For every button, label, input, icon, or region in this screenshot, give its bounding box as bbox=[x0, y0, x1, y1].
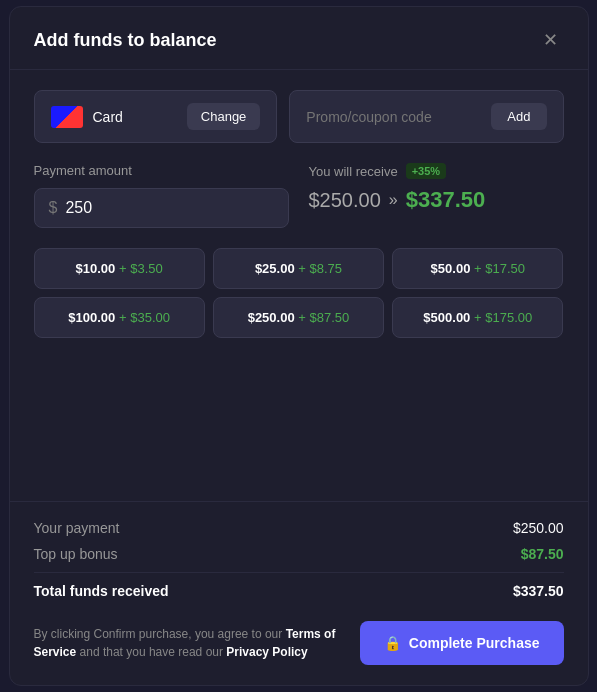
receive-label: You will receive bbox=[309, 164, 398, 179]
preset-main-0: $10.00 bbox=[76, 261, 116, 276]
receive-header: You will receive +35% bbox=[309, 163, 564, 179]
card-icon bbox=[51, 106, 83, 128]
footer-text: By clicking Confirm purchase, you agree … bbox=[34, 625, 344, 661]
summary-payment-value: $250.00 bbox=[513, 520, 564, 536]
summary-total-label: Total funds received bbox=[34, 583, 169, 599]
summary-divider bbox=[34, 572, 564, 573]
preset-bonus-4: + $87.50 bbox=[298, 310, 349, 325]
privacy-policy-link[interactable]: Privacy Policy bbox=[226, 645, 307, 659]
add-promo-button[interactable]: Add bbox=[491, 103, 546, 130]
preset-btn-5[interactable]: $500.00 + $175.00 bbox=[392, 297, 563, 338]
footer-text-middle: and that you have read our bbox=[76, 645, 226, 659]
summary-payment-row: Your payment $250.00 bbox=[34, 520, 564, 536]
preset-btn-2[interactable]: $50.00 + $17.50 bbox=[392, 248, 563, 289]
close-button[interactable]: ✕ bbox=[537, 29, 564, 51]
original-amount: $250.00 bbox=[309, 189, 381, 212]
modal-title: Add funds to balance bbox=[34, 30, 217, 51]
summary-total-row: Total funds received $337.50 bbox=[34, 583, 564, 599]
preset-main-5: $500.00 bbox=[423, 310, 470, 325]
payment-amount-label: Payment amount bbox=[34, 163, 289, 178]
preset-btn-4[interactable]: $250.00 + $87.50 bbox=[213, 297, 384, 338]
preset-btn-3[interactable]: $100.00 + $35.00 bbox=[34, 297, 205, 338]
receive-amount: $250.00 » $337.50 bbox=[309, 187, 564, 213]
final-amount: $337.50 bbox=[406, 187, 486, 213]
summary-total-value: $337.50 bbox=[513, 583, 564, 599]
modal-body: Card Change Add Payment amount $ You wil… bbox=[10, 70, 588, 501]
promo-input[interactable] bbox=[306, 109, 481, 125]
summary-bonus-label: Top up bonus bbox=[34, 546, 118, 562]
preset-main-3: $100.00 bbox=[68, 310, 115, 325]
promo-row: Add bbox=[289, 90, 563, 143]
preset-main-4: $250.00 bbox=[248, 310, 295, 325]
lock-icon: 🔒 bbox=[384, 635, 401, 651]
amount-right: You will receive +35% $250.00 » $337.50 bbox=[309, 163, 564, 213]
preset-grid: $10.00 + $3.50 $25.00 + $8.75 $50.00 + $… bbox=[34, 248, 564, 338]
amount-input-wrapper: $ bbox=[34, 188, 289, 228]
summary-payment-label: Your payment bbox=[34, 520, 120, 536]
change-button[interactable]: Change bbox=[187, 103, 261, 130]
spacer bbox=[34, 358, 564, 481]
preset-bonus-2: + $17.50 bbox=[474, 261, 525, 276]
preset-bonus-5: + $175.00 bbox=[474, 310, 532, 325]
complete-purchase-button[interactable]: 🔒 Complete Purchase bbox=[360, 621, 564, 665]
preset-main-1: $25.00 bbox=[255, 261, 295, 276]
card-label: Card bbox=[93, 109, 177, 125]
summary-section: Your payment $250.00 Top up bonus $87.50… bbox=[10, 501, 588, 605]
summary-bonus-value: $87.50 bbox=[521, 546, 564, 562]
dollar-sign: $ bbox=[49, 199, 58, 217]
card-selector: Card Change bbox=[34, 90, 278, 143]
preset-bonus-1: + $8.75 bbox=[298, 261, 342, 276]
preset-bonus-0: + $3.50 bbox=[119, 261, 163, 276]
preset-btn-0[interactable]: $10.00 + $3.50 bbox=[34, 248, 205, 289]
amount-input[interactable] bbox=[65, 199, 273, 217]
amount-section: Payment amount $ You will receive +35% $… bbox=[34, 163, 564, 228]
modal-header: Add funds to balance ✕ bbox=[10, 7, 588, 70]
footer-text-before-tos: By clicking Confirm purchase, you agree … bbox=[34, 627, 286, 641]
summary-bonus-row: Top up bonus $87.50 bbox=[34, 546, 564, 562]
preset-btn-1[interactable]: $25.00 + $8.75 bbox=[213, 248, 384, 289]
amount-left: Payment amount $ bbox=[34, 163, 289, 228]
arrow-icon: » bbox=[389, 191, 398, 209]
purchase-button-label: Complete Purchase bbox=[409, 635, 540, 651]
preset-main-2: $50.00 bbox=[431, 261, 471, 276]
payment-methods-row: Card Change Add bbox=[34, 90, 564, 143]
modal-footer: By clicking Confirm purchase, you agree … bbox=[10, 605, 588, 685]
bonus-badge: +35% bbox=[406, 163, 446, 179]
preset-bonus-3: + $35.00 bbox=[119, 310, 170, 325]
add-funds-modal: Add funds to balance ✕ Card Change Add P… bbox=[9, 6, 589, 686]
